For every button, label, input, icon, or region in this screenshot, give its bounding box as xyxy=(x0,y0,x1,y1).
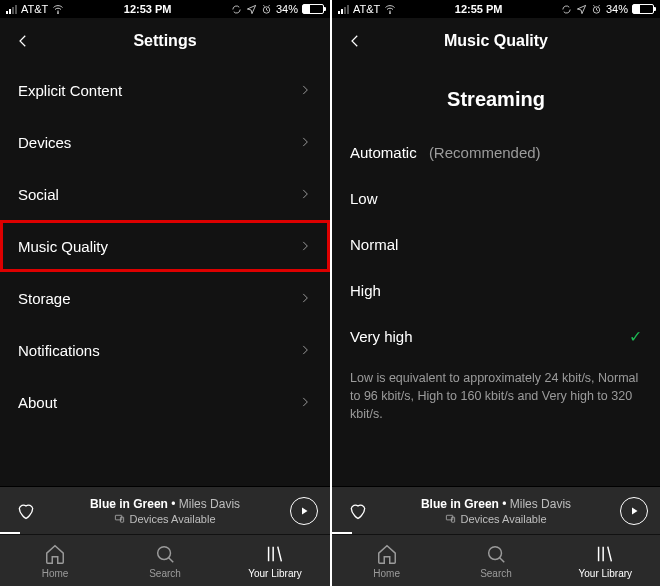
signal-icon xyxy=(338,5,349,14)
option-label: Normal xyxy=(350,236,398,253)
battery-icon xyxy=(632,4,654,14)
artist-name: Miles Davis xyxy=(510,497,571,511)
chevron-right-icon xyxy=(298,83,312,97)
home-icon xyxy=(44,543,66,565)
now-playing-bar[interactable]: Blue in Green • Miles Davis Devices Avai… xyxy=(0,486,330,534)
row-notifications[interactable]: Notifications xyxy=(0,324,330,376)
tab-label: Home xyxy=(373,568,400,579)
row-label: Music Quality xyxy=(18,238,108,255)
option-label: Low xyxy=(350,190,378,207)
refresh-icon xyxy=(561,4,572,15)
row-devices[interactable]: Devices xyxy=(0,116,330,168)
tab-label: Your Library xyxy=(579,568,633,579)
alarm-icon xyxy=(261,4,272,15)
heart-icon xyxy=(348,501,368,521)
row-music-quality[interactable]: Music Quality xyxy=(0,220,330,272)
page-title: Music Quality xyxy=(332,32,660,50)
tab-search[interactable]: Search xyxy=(110,535,220,586)
now-playing-info: Blue in Green • Miles Davis Devices Avai… xyxy=(50,497,280,525)
checkmark-icon: ✓ xyxy=(629,327,642,346)
play-icon xyxy=(628,505,640,517)
row-social[interactable]: Social xyxy=(0,168,330,220)
chevron-right-icon xyxy=(298,291,312,305)
option-low[interactable]: Low xyxy=(332,175,660,221)
signal-icon xyxy=(6,5,17,14)
carrier-label: AT&T xyxy=(353,3,380,15)
search-icon xyxy=(154,543,176,565)
tab-label: Search xyxy=(480,568,512,579)
heart-icon xyxy=(16,501,36,521)
clock: 12:53 PM xyxy=(124,3,172,15)
music-quality-screen: AT&T 12:55 PM 34% Music Quality Streamin… xyxy=(330,0,660,586)
row-label: Social xyxy=(18,186,59,203)
option-automatic[interactable]: Automatic (Recommended) xyxy=(332,129,660,175)
settings-screen: AT&T 12:53 PM 34% Settings Explicit Cont… xyxy=(0,0,330,586)
row-explicit-content[interactable]: Explicit Content xyxy=(0,64,330,116)
like-button[interactable] xyxy=(344,497,372,525)
chevron-left-icon xyxy=(346,32,364,50)
status-bar: AT&T 12:55 PM 34% xyxy=(332,0,660,18)
devices-label: Devices Available xyxy=(460,513,546,525)
svg-point-9 xyxy=(489,546,502,559)
row-label: Devices xyxy=(18,134,71,151)
svg-point-5 xyxy=(390,13,391,14)
page-title: Settings xyxy=(0,32,330,50)
chevron-right-icon xyxy=(298,239,312,253)
now-playing-info: Blue in Green • Miles Davis Devices Avai… xyxy=(382,497,610,525)
option-label: High xyxy=(350,282,381,299)
chevron-right-icon xyxy=(298,135,312,149)
play-button[interactable] xyxy=(620,497,648,525)
devices-icon xyxy=(114,513,125,524)
tab-library[interactable]: Your Library xyxy=(551,535,660,586)
option-label: Automatic xyxy=(350,144,417,161)
row-about[interactable]: About xyxy=(0,376,330,428)
tab-search[interactable]: Search xyxy=(441,535,550,586)
library-icon xyxy=(264,543,286,565)
row-label: Explicit Content xyxy=(18,82,122,99)
like-button[interactable] xyxy=(12,497,40,525)
tab-home[interactable]: Home xyxy=(332,535,441,586)
play-icon xyxy=(298,505,310,517)
settings-list: Explicit Content Devices Social Music Qu… xyxy=(0,64,330,486)
now-playing-bar[interactable]: Blue in Green • Miles Davis Devices Avai… xyxy=(332,486,660,534)
play-button[interactable] xyxy=(290,497,318,525)
row-label: About xyxy=(18,394,57,411)
section-title: Streaming xyxy=(332,64,660,129)
wifi-icon xyxy=(384,3,396,15)
battery-pct: 34% xyxy=(606,3,628,15)
row-label: Notifications xyxy=(18,342,100,359)
tab-bar: Home Search Your Library xyxy=(0,534,330,586)
tab-library[interactable]: Your Library xyxy=(220,535,330,586)
quality-help-text: Low is equivalent to approximately 24 kb… xyxy=(332,359,660,423)
chevron-right-icon xyxy=(298,343,312,357)
tab-home[interactable]: Home xyxy=(0,535,110,586)
option-normal[interactable]: Normal xyxy=(332,221,660,267)
svg-rect-2 xyxy=(116,515,122,520)
devices-label: Devices Available xyxy=(129,513,215,525)
row-storage[interactable]: Storage xyxy=(0,272,330,324)
status-bar: AT&T 12:53 PM 34% xyxy=(0,0,330,18)
clock: 12:55 PM xyxy=(455,3,503,15)
chevron-right-icon xyxy=(298,395,312,409)
track-name: Blue in Green xyxy=(90,497,168,511)
back-button[interactable] xyxy=(344,30,366,52)
search-icon xyxy=(485,543,507,565)
battery-pct: 34% xyxy=(276,3,298,15)
svg-point-4 xyxy=(158,546,171,559)
alarm-icon xyxy=(591,4,602,15)
battery-icon xyxy=(302,4,324,14)
back-button[interactable] xyxy=(12,30,34,52)
option-very-high[interactable]: Very high ✓ xyxy=(332,313,660,359)
option-sublabel: (Recommended) xyxy=(429,144,541,161)
progress-indicator xyxy=(0,532,20,534)
header: Music Quality xyxy=(332,18,660,64)
location-icon xyxy=(576,4,587,15)
location-icon xyxy=(246,4,257,15)
option-high[interactable]: High xyxy=(332,267,660,313)
track-name: Blue in Green xyxy=(421,497,499,511)
carrier-label: AT&T xyxy=(21,3,48,15)
library-icon xyxy=(594,543,616,565)
tab-label: Search xyxy=(149,568,181,579)
chevron-right-icon xyxy=(298,187,312,201)
tab-bar: Home Search Your Library xyxy=(332,534,660,586)
